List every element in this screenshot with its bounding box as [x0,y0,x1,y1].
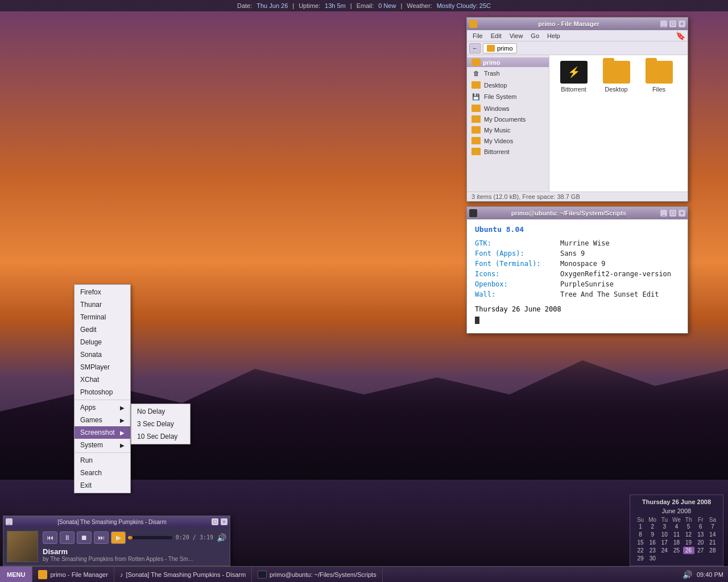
cal-day-24[interactable]: 24 [659,547,670,554]
cal-day-28[interactable]: 28 [707,547,718,554]
terminal-close-button[interactable]: × [679,210,685,217]
sidebar-bittorrent-label: Bittorrent [484,148,510,155]
player-maximize-button[interactable]: □ [212,518,218,525]
ctx-gedit[interactable]: Gedit [75,323,130,336]
ctx-terminal[interactable]: Terminal [75,311,130,323]
cal-day-20[interactable]: 20 [695,539,706,546]
submenu-3sec[interactable]: 3 Sec Delay [131,418,190,430]
terminal-titlebar[interactable]: primo@ubuntu: ~/Files/System/Scripts _ □… [467,207,688,219]
ctx-thunar[interactable]: Thunar [75,298,130,311]
prev-button[interactable]: ⏮ [43,531,57,544]
cal-day-19[interactable]: 19 [683,539,694,546]
cal-day-5[interactable]: 5 [683,523,694,530]
cal-day-3[interactable]: 3 [659,523,670,530]
taskbar-menu-button[interactable]: MENU [0,567,32,582]
taskbar-item-music[interactable]: ♪ [Sonata] The Smashing Pumpkins - Disar… [114,567,252,582]
progress-bar[interactable] [128,536,172,539]
ctx-xchat[interactable]: XChat [75,373,130,386]
menu-help[interactable]: Help [544,31,564,40]
trash-icon: 🗑 [471,69,481,78]
cal-day-22[interactable]: 22 [635,547,646,554]
file-item-desktop[interactable]: Desktop [598,61,635,93]
menu-go[interactable]: Go [527,31,543,40]
menu-edit[interactable]: Edit [487,31,505,40]
volume-icon[interactable]: 🔊 [682,570,692,579]
sidebar-item-windows[interactable]: Windows [467,103,549,114]
cal-day-7[interactable]: 7 [707,523,718,530]
cal-day-25[interactable]: 25 [671,547,682,554]
ctx-firefox[interactable]: Firefox [75,286,130,298]
ctx-apps[interactable]: Apps ▶ [75,401,130,414]
ctx-terminal-label: Terminal [80,313,106,321]
close-button[interactable]: × [679,20,685,27]
file-label-desktop: Desktop [605,86,627,93]
sidebar-home-header[interactable]: primo [467,57,549,67]
bookmark-icon[interactable]: 🔖 [676,31,685,40]
sidebar-item-mydocuments[interactable]: My Documents [467,114,549,124]
maximize-button[interactable]: □ [669,20,676,27]
cal-day-11[interactable]: 11 [671,531,682,538]
cal-day-2[interactable]: 2 [647,523,658,530]
pause-button[interactable]: ⏸ [60,531,75,544]
ctx-exit[interactable]: Exit [75,479,130,492]
cal-day-17[interactable]: 17 [659,539,670,546]
cal-day-9[interactable]: 9 [647,531,658,538]
minimize-button[interactable]: _ [660,20,667,27]
cal-day-4[interactable]: 4 [671,523,682,530]
ctx-run[interactable]: Run [75,454,130,467]
cal-day-12[interactable]: 12 [683,531,694,538]
ctx-search[interactable]: Search [75,467,130,479]
ctx-sonata[interactable]: Sonata [75,348,130,361]
next-button[interactable]: ⏭ [94,531,109,544]
cal-day-27[interactable]: 27 [695,547,706,554]
terminal-minimize-button[interactable]: _ [660,210,667,217]
ctx-system[interactable]: System ▶ [75,439,130,451]
player-minimize-button[interactable]: _ [6,518,13,525]
ctx-gedit-label: Gedit [80,326,97,334]
sidebar-item-filesystem[interactable]: 💾 File System [467,90,549,103]
submenu-nodelay[interactable]: No Delay [131,405,190,418]
sidebar-item-myvideos[interactable]: My Videos [467,135,549,146]
menu-view[interactable]: View [506,31,527,40]
cal-day-10[interactable]: 10 [659,531,670,538]
cal-day-15[interactable]: 15 [635,539,646,546]
sidebar-item-bittorrent[interactable]: Bittorrent [467,146,549,157]
file-item-files[interactable]: Files [640,61,677,93]
location-bar: primo [483,43,517,53]
taskbar-item-filemanager[interactable]: primo - File Manager [32,567,114,582]
term-val-font-apps: Sans 9 [560,250,585,257]
ctx-deluge[interactable]: Deluge [75,336,130,348]
submenu-10sec[interactable]: 10 Sec Delay [131,430,190,443]
file-manager-titlebar[interactable]: primo - File Manager _ □ × [467,18,688,30]
cal-day-13[interactable]: 13 [695,531,706,538]
ctx-games[interactable]: Games ▶ [75,414,130,426]
cal-day-8[interactable]: 8 [635,531,646,538]
cal-day-6[interactable]: 6 [695,523,706,530]
cal-day-1[interactable]: 1 [635,523,646,530]
player-titlebar[interactable]: _ [Sonata] The Smashing Pumpkins - Disar… [3,516,230,527]
volume-icon[interactable]: 🔊 [217,533,226,542]
ctx-smplayer[interactable]: SMPlayer [75,361,130,373]
cal-day-30[interactable]: 30 [647,555,658,562]
cal-day-16[interactable]: 16 [647,539,658,546]
cal-day-18[interactable]: 18 [671,539,682,546]
cal-day-23[interactable]: 23 [647,547,658,554]
terminal-body: Ubuntu 8.04 GTK: Murrine Wise Font (Apps… [467,219,688,333]
ctx-photoshop[interactable]: Photoshop [75,386,130,398]
taskbar-item-terminal[interactable]: primo@ubuntu: ~/Files/System/Scripts [252,567,383,582]
cal-day-14[interactable]: 14 [707,531,718,538]
cal-day-21[interactable]: 21 [707,539,718,546]
cal-day-26[interactable]: 26 [683,547,694,554]
ctx-screenshot[interactable]: Screenshot ▶ [75,426,130,439]
sidebar-item-desktop[interactable]: Desktop [467,80,549,90]
cal-day-29[interactable]: 29 [635,555,646,562]
file-item-bittorrent[interactable]: ⚡ Bittorrent [555,61,592,93]
taskbar-right: 🔊 09:40 PM [682,570,728,579]
sidebar-item-trash[interactable]: 🗑 Trash [467,67,549,80]
terminal-maximize-button[interactable]: □ [669,210,676,217]
stop-button[interactable]: ⏹ [77,531,92,544]
menu-file[interactable]: File [469,31,486,40]
sidebar-item-mymusic[interactable]: My Music [467,124,549,135]
player-close-button[interactable]: × [221,518,228,525]
nav-back-button[interactable]: ← [469,43,481,53]
